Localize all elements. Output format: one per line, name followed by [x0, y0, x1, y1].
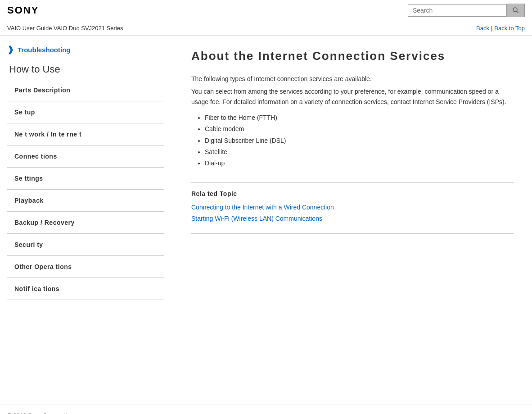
page-title: About the Internet Connection Services: [191, 49, 514, 63]
list-item: Cable modem: [205, 123, 514, 135]
related-link-wired[interactable]: Connecting to the Internet with a Wired …: [191, 202, 514, 213]
chevron-right-icon: ❱: [7, 45, 14, 55]
intro-text: The following types of Internet connecti…: [191, 74, 514, 84]
services-list: Fiber to the Home (FTTH) Cable modem Dig…: [191, 112, 514, 169]
list-item: Digital Subscriber Line (DSL): [205, 135, 514, 146]
sidebar-item-network-internet[interactable]: Ne t work / In te rne t: [7, 123, 164, 146]
search-area: [408, 4, 525, 17]
sidebar-item-backup-recovery[interactable]: Backup / Recovery: [7, 212, 164, 234]
second-paragraph: You can select from among the services a…: [191, 86, 514, 107]
breadcrumb: VAIO User Guide VAIO Duo SVJ2021 Series: [7, 25, 123, 32]
bottom-divider: [191, 233, 514, 234]
sidebar: ❱ Troubleshooting How to Use Parts Descr…: [0, 36, 169, 405]
related-link-wifi[interactable]: Starting Wi-Fi (Wireless LAN) Communicat…: [191, 213, 514, 224]
sidebar-item-playback[interactable]: Playback: [7, 190, 164, 212]
footer: © 2012 Sony Corporation: [0, 405, 532, 414]
subheader: VAIO User Guide VAIO Duo SVJ2021 Series …: [0, 21, 532, 36]
sidebar-item-other-operations[interactable]: Other Opera tions: [7, 256, 164, 278]
list-item: Fiber to the Home (FTTH): [205, 112, 514, 123]
list-item: Satellite: [205, 146, 514, 158]
content-area: About the Internet Connection Services T…: [169, 36, 532, 405]
back-link[interactable]: Back: [476, 25, 489, 32]
sidebar-item-parts-description[interactable]: Parts Description: [7, 79, 164, 101]
sidebar-item-security[interactable]: Securi ty: [7, 234, 164, 256]
back-to-top-link[interactable]: Back to Top: [494, 25, 525, 32]
svg-point-0: [513, 8, 517, 12]
copyright-text: © 2012 Sony Corporation: [7, 412, 73, 414]
related-topic-divider: [191, 182, 514, 183]
list-item: Dial-up: [205, 158, 514, 169]
sony-logo: SONY: [7, 5, 39, 16]
sidebar-item-setup[interactable]: Se tup: [7, 101, 164, 123]
nav-separator: |: [491, 25, 492, 32]
nav-links: Back | Back to Top: [476, 25, 525, 32]
sidebar-item-connections[interactable]: Connec tions: [7, 146, 164, 168]
sidebar-item-notifications[interactable]: Notif ica tions: [7, 278, 164, 300]
related-topic-header: Rela ted Topic: [191, 190, 514, 197]
troubleshooting-section[interactable]: ❱ Troubleshooting: [7, 45, 164, 55]
header: SONY: [0, 0, 532, 21]
logo-area: SONY: [7, 5, 39, 16]
search-input[interactable]: [408, 4, 507, 17]
how-to-use-heading: How to Use: [7, 64, 164, 75]
main-layout: ❱ Troubleshooting How to Use Parts Descr…: [0, 36, 532, 405]
search-icon: [512, 7, 519, 14]
svg-line-1: [517, 11, 518, 13]
search-button[interactable]: [507, 4, 525, 17]
sidebar-item-settings[interactable]: Se ttings: [7, 168, 164, 190]
troubleshooting-label: Troubleshooting: [18, 46, 71, 54]
